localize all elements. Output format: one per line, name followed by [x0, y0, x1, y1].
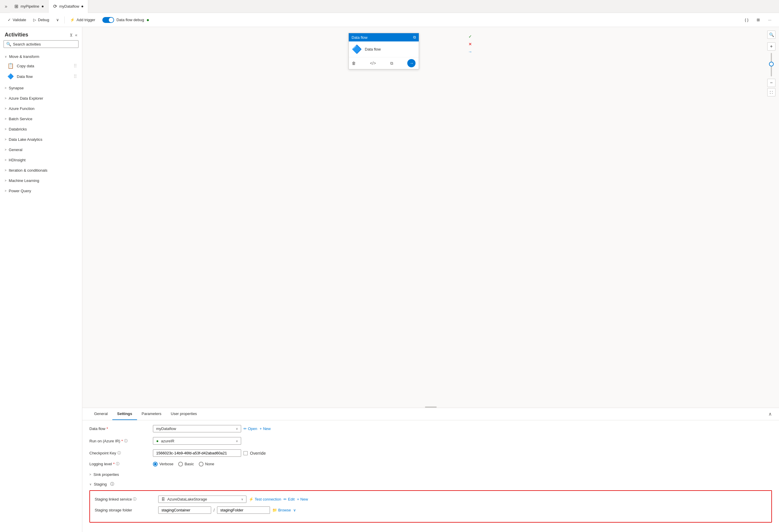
section-header-azure-function[interactable]: > Azure Function [0, 105, 82, 113]
copy-icon[interactable]: ⧉ [390, 61, 393, 66]
search-input[interactable] [13, 42, 76, 47]
test-connection-label: Test connection [255, 497, 281, 502]
debug-dropdown-button[interactable]: ∨ [53, 16, 62, 23]
open-button[interactable]: ✏ Open [243, 426, 257, 431]
code-btn[interactable]: { } [742, 16, 752, 23]
section-header-iteration[interactable]: > Iteration & conditionals [0, 167, 82, 174]
radio-basic[interactable]: Basic [178, 462, 194, 466]
node-side-actions: ✓ ✕ → [467, 33, 474, 55]
zoom-controls: 🔍 + − ⛶ [767, 30, 775, 96]
staging-linked-service-dropdown[interactable]: 🗄 AzureDataLakeStorage ∨ [158, 495, 246, 503]
staging-expander[interactable]: ∨ Staging ⓘ [89, 480, 772, 488]
node-open-icon[interactable]: ⧉ [413, 35, 416, 40]
run-on-dropdown[interactable]: ● azureIR ∨ [153, 437, 241, 445]
tab-user-properties[interactable]: User properties [166, 408, 202, 420]
chevron-pq: > [5, 189, 6, 193]
data-flow-dropdown[interactable]: myDataflow ∨ [153, 425, 241, 433]
radio-verbose-btn[interactable] [153, 462, 158, 466]
zoom-in-btn[interactable]: + [767, 42, 775, 51]
next-arrow-btn[interactable]: → [407, 59, 416, 67]
radio-none-btn[interactable] [199, 462, 203, 466]
sink-properties-expander[interactable]: > Sink properties [89, 471, 772, 478]
info-icon-run-on[interactable]: ⓘ [124, 439, 128, 444]
radio-none[interactable]: None [199, 462, 215, 466]
success-btn[interactable]: ✓ [467, 33, 474, 40]
tab-bar: » ⊞ myPipeline ⟳ myDataflow [0, 0, 779, 13]
activity-copy-data[interactable]: 📋 Copy data ⠿ [0, 61, 82, 71]
sidebar-section-iteration: > Iteration & conditionals [0, 165, 82, 176]
info-icon-logging[interactable]: ⓘ [116, 461, 119, 466]
code-icon[interactable]: </> [370, 61, 376, 66]
sidebar-section-data-lake-analytics: > Data Lake Analytics [0, 134, 82, 145]
expand-btn[interactable]: » [2, 4, 10, 9]
more-btn[interactable]: ··· [765, 16, 774, 23]
section-header-databricks[interactable]: > Databricks [0, 125, 82, 133]
section-header-power-query[interactable]: > Power Query [0, 187, 82, 195]
toggle-switch[interactable] [102, 17, 114, 23]
new-label: New [263, 426, 271, 431]
radio-basic-btn[interactable] [178, 462, 183, 466]
data-flow-node[interactable]: Data flow ⧉ 🔷 Data flow 🗑 </> ⧉ → [349, 33, 419, 69]
checkpoint-key-input[interactable] [153, 449, 241, 457]
section-header-batch-service[interactable]: > Batch Service [0, 115, 82, 123]
tab-general[interactable]: General [89, 408, 112, 420]
info-icon-checkpoint[interactable]: ⓘ [117, 451, 121, 456]
validate-icon: ✓ [8, 18, 11, 22]
zoom-search-btn[interactable]: 🔍 [767, 30, 775, 39]
chevron-staging: ∨ [89, 483, 92, 486]
chevron-ml: > [5, 179, 6, 182]
staging-folder-input[interactable] [217, 507, 270, 514]
info-icon-staging[interactable]: ⓘ [110, 481, 114, 487]
debug-icon: ▷ [33, 18, 36, 22]
validate-button[interactable]: ✓ Validate [5, 16, 29, 23]
test-connection-button[interactable]: ⚡ Test connection [249, 497, 281, 502]
zoom-slider-thumb[interactable] [769, 62, 774, 66]
debug-button[interactable]: ▷ Debug [30, 16, 52, 23]
complete-btn[interactable]: → [467, 48, 474, 55]
fail-btn[interactable]: ✕ [467, 41, 474, 48]
add-trigger-button[interactable]: ⚡ Add trigger [67, 16, 98, 23]
chevron-bs: > [5, 117, 6, 121]
basic-label: Basic [185, 462, 194, 466]
section-header-hdinsight[interactable]: > HDInsight [0, 156, 82, 164]
canvas[interactable]: Data flow ⧉ 🔷 Data flow 🗑 </> ⧉ → ✓ ✕ [82, 27, 779, 408]
section-header-machine-learning[interactable]: > Machine Learning [0, 177, 82, 185]
table-btn[interactable]: ⊞ [754, 16, 763, 23]
copy-data-label: Copy data [17, 64, 34, 68]
tab-pipeline-label: myPipeline [20, 4, 40, 8]
field-label-staging-linked: Staging linked service ⓘ [95, 497, 154, 502]
drag-handle-data-flow: ⠿ [73, 74, 77, 79]
edit-button[interactable]: ✏ Edit [284, 497, 294, 502]
tab-parameters[interactable]: Parameters [137, 408, 166, 420]
override-checkbox[interactable] [243, 451, 248, 455]
sidebar-collapse-icon[interactable]: « [75, 32, 77, 37]
section-header-move-transform[interactable]: ∨ Move & transform [0, 53, 82, 61]
chevron-db: > [5, 128, 6, 131]
new-button[interactable]: + New [260, 426, 271, 431]
delete-icon[interactable]: 🗑 [352, 61, 356, 66]
tab-settings[interactable]: Settings [112, 408, 137, 420]
activity-data-flow[interactable]: 🔷 Data flow ⠿ [0, 71, 82, 82]
browse-button[interactable]: 📁 Browse [272, 508, 291, 512]
radio-verbose[interactable]: Verbose [153, 462, 174, 466]
collapse-icon[interactable]: ⊻ [70, 32, 73, 37]
section-header-synapse[interactable]: > Synapse [0, 84, 82, 92]
section-label-move-transform: Move & transform [9, 54, 40, 59]
zoom-fit-btn[interactable]: ⛶ [767, 88, 775, 96]
tab-dataflow[interactable]: ⟳ myDataflow [49, 0, 88, 13]
section-label-bs: Batch Service [9, 117, 33, 121]
section-header-general[interactable]: > General [0, 146, 82, 154]
staging-container-input[interactable] [158, 507, 211, 514]
new-staging-button[interactable]: + New [297, 497, 308, 502]
info-icon-staging-linked[interactable]: ⓘ [133, 497, 136, 502]
zoom-out-btn[interactable]: − [767, 79, 775, 87]
chevron-ade: > [5, 97, 6, 100]
canvas-resize-handle[interactable] [425, 406, 437, 408]
tab-pipeline[interactable]: ⊞ myPipeline [10, 0, 49, 13]
props-collapse-btn[interactable]: ∧ [768, 411, 772, 417]
browse-dropdown-btn[interactable]: ∨ [293, 508, 296, 512]
sidebar-title: Activities [5, 32, 28, 38]
staging-linked-value: AzureDataLakeStorage [167, 497, 207, 502]
section-header-azure-data-explorer[interactable]: > Azure Data Explorer [0, 94, 82, 102]
section-header-data-lake-analytics[interactable]: > Data Lake Analytics [0, 135, 82, 143]
